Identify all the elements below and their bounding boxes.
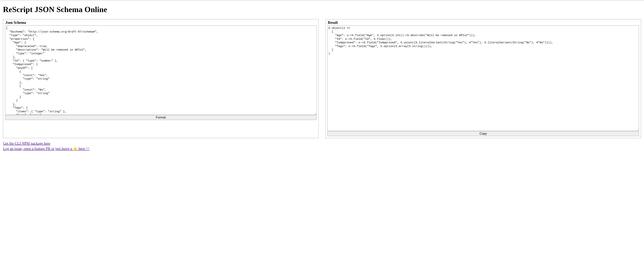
footer-links: Get the CLI NPM package here Log an issu… xyxy=(3,141,641,151)
issue-link-text-post: here ^^ xyxy=(78,146,89,151)
issue-link-text-pre: Log an issue, open a feature PR or just … xyxy=(3,146,73,151)
result-panel-title: Result xyxy=(328,20,639,25)
page-title: ReScript JSON Schema Online xyxy=(3,5,641,14)
issue-link[interactable]: Log an issue, open a feature PR or just … xyxy=(3,146,90,151)
panels-container: Json Schema Format Result Copy xyxy=(3,19,641,138)
json-schema-panel: Json Schema Format xyxy=(3,19,319,138)
format-button[interactable]: Format xyxy=(5,115,316,120)
json-schema-panel-title: Json Schema xyxy=(6,20,316,25)
result-output[interactable] xyxy=(328,25,639,131)
star-icon: ⭐ xyxy=(73,146,78,151)
result-panel: Result Copy xyxy=(325,19,641,138)
cli-package-link[interactable]: Get the CLI NPM package here xyxy=(3,141,50,145)
json-schema-input[interactable] xyxy=(5,25,316,115)
copy-button[interactable]: Copy xyxy=(328,131,639,136)
